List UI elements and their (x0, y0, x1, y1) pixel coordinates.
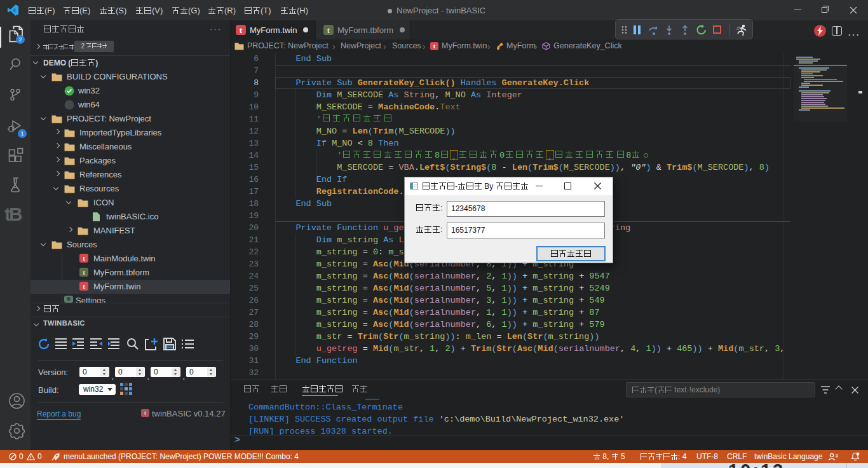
svg-text:t: t (433, 43, 436, 50)
svg-text:t: t (327, 25, 330, 35)
svg-text:t: t (83, 282, 85, 290)
svg-text:t: t (83, 268, 85, 276)
svg-text:t: t (83, 254, 85, 262)
svg-text:t: t (240, 25, 243, 35)
